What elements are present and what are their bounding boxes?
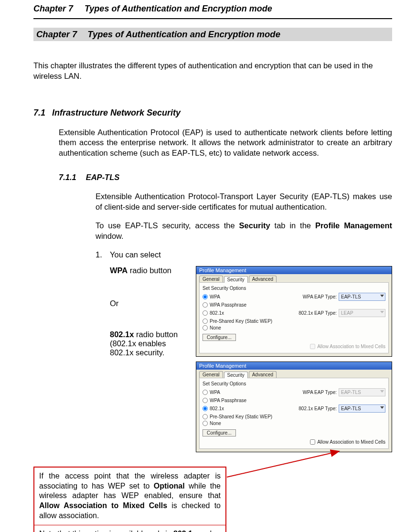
chapter-title-bar: Chapter 7Types of Authentication and Enc… xyxy=(33,28,392,41)
combo-value: EAP-TLS xyxy=(341,390,361,395)
label-8021x: 802.1x xyxy=(210,406,224,411)
window-title: Profile Management xyxy=(196,266,392,274)
combo-8021x-eap[interactable]: LEAP xyxy=(339,309,385,317)
tab-advanced[interactable]: Advanced xyxy=(249,276,277,282)
running-head-number: Chapter 7 xyxy=(33,4,73,14)
screenshots-column: Profile Management General Security Adva… xyxy=(196,266,392,457)
text: Note that this option is available only … xyxy=(39,530,173,532)
section-body: Extensible Authentication Protocol (EAP)… xyxy=(59,128,392,159)
combo-value: EAP-TLS xyxy=(341,406,361,411)
step-number: 1. xyxy=(96,250,110,259)
text: radio button xyxy=(134,330,178,339)
label-8021x: 802.1x xyxy=(210,310,224,316)
screenshot-wpa: Profile Management General Security Adva… xyxy=(196,266,392,357)
group-label: Set Security Options xyxy=(203,381,385,386)
chapter-number: Chapter 7 xyxy=(36,29,77,40)
text: tab in the xyxy=(270,221,315,230)
bold-8021x: 802.1x xyxy=(173,530,197,532)
note-box: If the access point that the wireless ad… xyxy=(33,467,226,532)
note-paragraph-1: If the access point that the wireless ad… xyxy=(34,468,225,525)
label-wpa: WPA xyxy=(210,390,220,395)
label-mixed-cells: Allow Association to Mixed Cells xyxy=(317,439,385,445)
label-8021x-eap-type: 802.1x EAP Type: xyxy=(299,310,337,316)
tab-security[interactable]: Security xyxy=(224,372,248,378)
security-panel: Set Security Options WPA WPA EAP Type: E… xyxy=(199,282,389,353)
bold-8021x: 802.1x xyxy=(110,330,134,339)
label-mixed-cells: Allow Association to Mixed Cells xyxy=(317,344,385,349)
radio-wpa[interactable] xyxy=(203,390,208,395)
text-8021x-note: (802.1x enables 802.1x security. xyxy=(110,339,166,357)
label-psk: Pre-Shared Key (Static WEP) xyxy=(210,414,272,419)
subsection-p1: Extensible Authentication Protocol-Trans… xyxy=(96,192,392,213)
running-head-title: Types of Authentication and Encryption m… xyxy=(85,4,272,13)
tab-bar: General Security Advanced xyxy=(196,274,392,282)
radio-8021x[interactable] xyxy=(203,310,208,316)
divider xyxy=(33,18,392,19)
label-wpa-passphrase: WPA Passphrase xyxy=(210,398,246,403)
bold-wpa: WPA xyxy=(110,266,128,275)
bold-optional: Optional xyxy=(154,482,185,490)
subsection-body: Extensible Authentication Protocol-Trans… xyxy=(96,192,392,242)
subsection-title: EAP-TLS xyxy=(86,173,120,181)
window-title: Profile Management xyxy=(196,362,392,370)
section-title: Infrastructure Network Security xyxy=(52,108,181,117)
text: and xyxy=(197,530,212,532)
step-text: You can select xyxy=(110,250,392,259)
label-psk: Pre-Shared Key (Static WEP) xyxy=(210,319,272,324)
configure-button[interactable]: Configure... xyxy=(203,334,236,341)
bold-allow-mixed: Allow Association to Mixed Cells xyxy=(39,501,167,510)
combo-value: LEAP xyxy=(341,310,353,316)
running-head: Chapter 7Types of Authentication and Enc… xyxy=(33,0,392,17)
text: To use EAP-TLS security, access the xyxy=(96,221,239,230)
radio-psk[interactable] xyxy=(203,414,208,419)
tab-security[interactable]: Security xyxy=(224,276,248,283)
checkbox-mixed-cells[interactable] xyxy=(310,344,315,349)
option-wpa: WPA radio button xyxy=(110,266,191,275)
radio-none[interactable] xyxy=(203,421,208,426)
section-number: 7.1 xyxy=(33,108,45,118)
combo-wpa-eap[interactable]: EAP-TLS xyxy=(339,293,385,301)
radio-none[interactable] xyxy=(203,325,208,330)
note-paragraph-2: Note that this option is available only … xyxy=(34,525,225,532)
combo-8021x-eap[interactable]: EAP-TLS xyxy=(339,404,385,413)
radio-8021x[interactable] xyxy=(203,406,208,411)
label-wpa-eap-type: WPA EAP Type: xyxy=(303,390,337,395)
group-label: Set Security Options xyxy=(203,286,385,291)
chapter-intro: This chapter illustrates the different t… xyxy=(33,60,392,82)
subsection-number: 7.1.1 xyxy=(59,173,76,182)
step-1: 1. You can select xyxy=(96,250,392,259)
security-panel: Set Security Options WPA WPA EAP Type: E… xyxy=(199,378,389,449)
label-wpa-eap-type: WPA EAP Type: xyxy=(303,294,337,299)
text: window. xyxy=(96,232,124,240)
label-8021x-eap-type: 802.1x EAP Type: xyxy=(299,406,337,411)
section-heading: 7.1Infrastructure Network Security xyxy=(33,108,392,118)
label-none: None xyxy=(210,421,221,426)
options-and-screenshots: WPA radio button Or 802.1x radio button … xyxy=(110,266,392,457)
tab-bar: General Security Advanced xyxy=(196,370,392,378)
checkbox-mixed-cells[interactable] xyxy=(310,439,315,445)
tab-general[interactable]: General xyxy=(199,276,223,282)
option-8021x: 802.1x radio button (802.1x enables 802.… xyxy=(110,330,191,357)
combo-wpa-eap[interactable]: EAP-TLS xyxy=(339,388,385,396)
subsection-p2: To use EAP-TLS security, access the Secu… xyxy=(96,221,392,242)
label-wpa: WPA xyxy=(210,294,220,299)
options-text: WPA radio button Or 802.1x radio button … xyxy=(110,266,196,457)
option-or: Or xyxy=(110,299,191,308)
text: radio button xyxy=(128,266,171,275)
combo-value: EAP-TLS xyxy=(341,294,361,299)
configure-button[interactable]: Configure... xyxy=(203,429,236,436)
bold-security: Security xyxy=(239,221,270,230)
tab-advanced[interactable]: Advanced xyxy=(249,371,277,378)
radio-wpa[interactable] xyxy=(203,294,208,299)
screenshot-8021x: Profile Management General Security Adva… xyxy=(196,362,392,452)
radio-wpa-passphrase[interactable] xyxy=(203,302,208,308)
label-wpa-passphrase: WPA Passphrase xyxy=(210,302,246,308)
radio-wpa-passphrase[interactable] xyxy=(203,398,208,403)
subsection-heading: 7.1.1EAP-TLS xyxy=(59,173,392,182)
tab-general[interactable]: General xyxy=(199,371,223,378)
label-none: None xyxy=(210,325,221,330)
chapter-title: Types of Authentication and Encryption m… xyxy=(87,29,280,39)
bold-profile-management: Profile Management xyxy=(315,221,392,230)
radio-psk[interactable] xyxy=(203,319,208,324)
